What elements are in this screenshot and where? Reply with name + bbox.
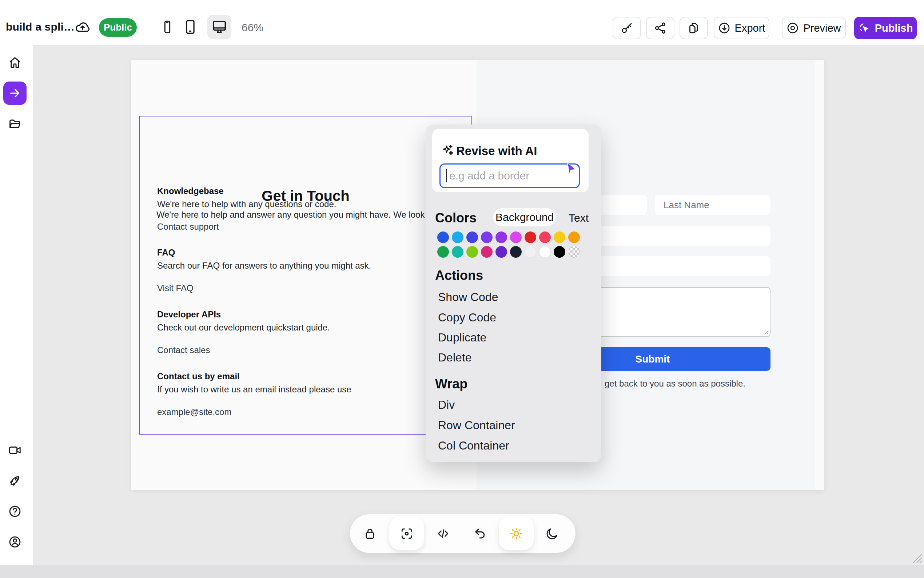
sidebar-item-home[interactable] bbox=[3, 51, 27, 74]
color-swatch[interactable] bbox=[466, 232, 478, 243]
user-circle-icon bbox=[8, 535, 22, 549]
dark-mode-button[interactable] bbox=[545, 526, 560, 541]
bottom-toolbar bbox=[350, 514, 576, 553]
color-swatch[interactable] bbox=[524, 246, 536, 258]
zoom-level[interactable]: 66% bbox=[241, 21, 264, 34]
tab-background[interactable]: Background bbox=[493, 208, 556, 226]
export-button[interactable]: Export bbox=[714, 17, 769, 39]
color-swatch[interactable] bbox=[568, 232, 580, 243]
last-name-placeholder: Last Name bbox=[663, 200, 709, 211]
sidebar-item-account[interactable] bbox=[3, 530, 27, 554]
folder-icon bbox=[8, 117, 22, 131]
color-swatch[interactable] bbox=[539, 232, 551, 243]
device-tablet-button[interactable] bbox=[178, 15, 202, 39]
toolbar-divider bbox=[152, 16, 152, 38]
color-swatch[interactable] bbox=[553, 246, 565, 258]
color-swatch[interactable] bbox=[437, 246, 449, 258]
menu-item-copy-code[interactable]: Copy Code bbox=[438, 311, 496, 324]
desktop-monitor-icon bbox=[211, 19, 228, 35]
textarea-resize-handle[interactable] bbox=[763, 329, 769, 335]
color-swatch[interactable] bbox=[437, 232, 449, 243]
question-circle-icon bbox=[8, 505, 22, 518]
publish-button[interactable]: Publish bbox=[854, 17, 917, 39]
colors-heading: Colors bbox=[435, 210, 477, 226]
last-name-input[interactable]: Last Name bbox=[655, 195, 770, 215]
sparkles-icon bbox=[441, 143, 455, 157]
access-key-button[interactable] bbox=[613, 17, 641, 39]
top-toolbar: build a spli… Public 66% Export bbox=[0, 0, 924, 45]
actions-heading: Actions bbox=[435, 268, 483, 283]
color-swatch[interactable] bbox=[481, 232, 492, 243]
menu-item-show-code[interactable]: Show Code bbox=[438, 291, 498, 304]
color-swatch[interactable] bbox=[452, 246, 463, 258]
color-swatch[interactable] bbox=[510, 232, 522, 243]
selection-outline bbox=[139, 116, 472, 435]
rocket-icon bbox=[8, 474, 22, 488]
tablet-icon bbox=[182, 19, 198, 35]
swatch-row-1 bbox=[437, 232, 580, 243]
left-sidebar bbox=[0, 45, 33, 565]
share-button[interactable] bbox=[646, 17, 675, 39]
video-camera-icon bbox=[8, 443, 22, 457]
color-swatch[interactable] bbox=[495, 246, 507, 258]
bottom-scroll-strip[interactable] bbox=[0, 565, 924, 578]
arrow-right-icon bbox=[8, 87, 21, 100]
device-desktop-button[interactable] bbox=[207, 15, 231, 39]
color-swatch[interactable] bbox=[481, 246, 492, 258]
mouse-pointer-arrow bbox=[563, 160, 580, 177]
form-footnote: get back to you as soon as possible. bbox=[605, 378, 745, 389]
download-circle-icon bbox=[718, 22, 730, 34]
menu-item-wrap-row-container[interactable]: Row Container bbox=[438, 419, 515, 432]
lock-button[interactable] bbox=[363, 526, 377, 541]
sidebar-item-launch[interactable] bbox=[3, 469, 27, 492]
menu-item-wrap-col-container[interactable]: Col Container bbox=[438, 439, 509, 453]
ai-prompt-input[interactable]: e.g add a border bbox=[439, 164, 580, 188]
preview-eye-icon bbox=[786, 22, 799, 34]
upload-icon[interactable] bbox=[74, 19, 91, 35]
menu-item-wrap-div[interactable]: Div bbox=[438, 398, 455, 412]
menu-item-duplicate[interactable]: Duplicate bbox=[438, 331, 486, 344]
swatch-row-2 bbox=[437, 246, 580, 258]
color-swatch[interactable] bbox=[553, 232, 565, 243]
color-swatch[interactable] bbox=[524, 232, 536, 243]
color-swatch[interactable] bbox=[495, 232, 507, 243]
copy-pages-icon bbox=[687, 21, 700, 34]
ai-card-title: Revise with AI bbox=[456, 144, 537, 158]
sidebar-item-tutorials[interactable] bbox=[3, 438, 27, 462]
publish-cursor-icon bbox=[858, 22, 871, 34]
preview-button[interactable]: Preview bbox=[782, 17, 846, 39]
wrap-heading: Wrap bbox=[435, 377, 468, 392]
app-window: build a spli… Public 66% Export bbox=[0, 0, 924, 578]
code-view-button[interactable] bbox=[436, 526, 450, 541]
undo-button[interactable] bbox=[473, 526, 487, 541]
sidebar-item-files[interactable] bbox=[3, 112, 27, 135]
window-resize-handle[interactable] bbox=[909, 550, 922, 563]
tab-text[interactable]: Text bbox=[569, 212, 589, 224]
share-icon bbox=[654, 21, 667, 34]
color-swatch-transparent[interactable] bbox=[568, 246, 580, 258]
light-mode-button[interactable] bbox=[509, 526, 523, 541]
smartphone-icon bbox=[160, 19, 175, 34]
export-label: Export bbox=[735, 22, 765, 34]
preview-label: Preview bbox=[803, 22, 841, 34]
color-swatch[interactable] bbox=[539, 246, 551, 258]
color-swatch[interactable] bbox=[466, 246, 478, 258]
home-icon bbox=[8, 56, 22, 70]
ai-prompt-placeholder: e.g add a border bbox=[449, 170, 529, 182]
menu-item-delete[interactable]: Delete bbox=[438, 351, 472, 364]
visibility-badge[interactable]: Public bbox=[99, 18, 137, 37]
color-swatch[interactable] bbox=[510, 246, 522, 258]
sidebar-item-builder[interactable] bbox=[3, 81, 27, 105]
copy-page-button[interactable] bbox=[680, 17, 708, 39]
device-mobile-button[interactable] bbox=[155, 15, 180, 39]
color-swatch[interactable] bbox=[452, 232, 463, 243]
text-caret bbox=[447, 169, 447, 182]
project-title[interactable]: build a spli… bbox=[6, 21, 74, 33]
focus-select-button[interactable] bbox=[400, 526, 414, 541]
publish-label: Publish bbox=[875, 22, 913, 34]
sidebar-item-help[interactable] bbox=[3, 500, 27, 523]
key-icon bbox=[620, 21, 633, 34]
